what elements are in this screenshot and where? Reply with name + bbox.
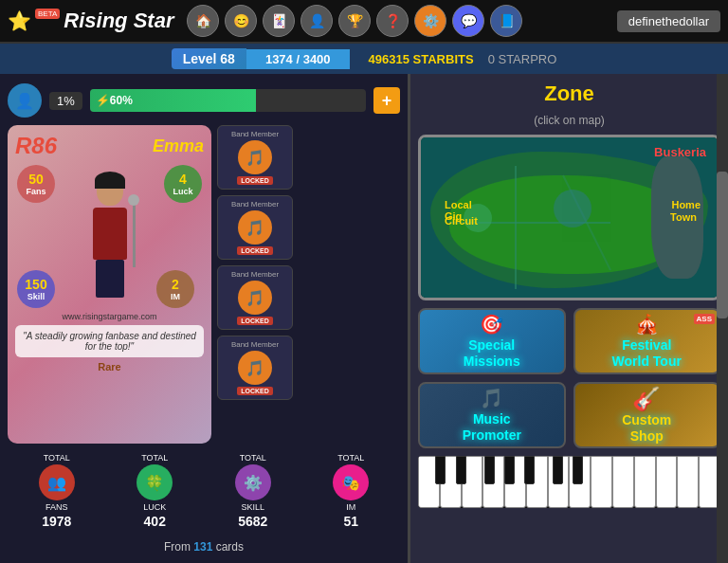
- band-member-label-2: Band Member: [231, 200, 279, 209]
- logo: ⭐ BETA Rising Star: [8, 9, 173, 33]
- locked-badge-4: LOCKED: [237, 387, 273, 395]
- music-promoter-button[interactable]: 🎵 MusicPromoter: [418, 382, 566, 448]
- piano-key-10[interactable]: [612, 456, 634, 508]
- band-member-4[interactable]: Band Member 🎵 LOCKED: [217, 336, 293, 400]
- band-member-2[interactable]: Band Member 🎵 LOCKED: [217, 195, 293, 260]
- festival-world-tour-label: FestivalWorld Tour: [612, 337, 682, 370]
- total-fans: Total 👥 Fans 1978: [39, 453, 75, 529]
- im-stat: 2 IM: [156, 270, 194, 308]
- music-icon: 🎵: [480, 387, 503, 409]
- total-fans-sublabel: Total: [44, 453, 70, 463]
- map-hometown-label[interactable]: Home: [671, 199, 701, 210]
- total-im-icon: 🎭: [333, 464, 369, 500]
- luck-stat: 4 Luck: [164, 165, 202, 203]
- piano-key-5[interactable]: [504, 456, 526, 508]
- im-value: 2: [172, 277, 179, 292]
- band-member-label-1: Band Member: [231, 130, 279, 138]
- map-circuit-label[interactable]: Circuit: [445, 215, 478, 227]
- hive-icon[interactable]: ⚙️: [414, 5, 446, 37]
- piano-key-1[interactable]: [418, 456, 440, 508]
- level-badge: Level 68: [172, 48, 246, 69]
- zone-title: Zone: [418, 82, 720, 106]
- piano-key-11[interactable]: [634, 456, 656, 508]
- skill-value: 150: [25, 277, 46, 292]
- energy-icon: ⚡: [96, 94, 110, 107]
- profile-icon[interactable]: 😊: [225, 5, 257, 37]
- piano-key-8[interactable]: [569, 456, 591, 508]
- band-member-1[interactable]: Band Member 🎵 LOCKED: [217, 125, 293, 190]
- help-icon[interactable]: ❓: [376, 5, 409, 37]
- music-promoter-label: MusicPromoter: [463, 411, 521, 444]
- map-local-gig-label[interactable]: Local: [445, 199, 472, 210]
- total-fans-label: Fans: [46, 502, 68, 512]
- beta-badge: BETA: [35, 9, 60, 19]
- plus-button[interactable]: +: [373, 87, 400, 114]
- total-luck-label: Luck: [143, 502, 166, 512]
- piano-key-4[interactable]: [482, 456, 504, 508]
- custom-shop-button[interactable]: 🎸 CustomShop: [573, 382, 721, 448]
- piano-key-7[interactable]: [548, 456, 570, 508]
- level-bar: Level 68 1374 / 3400 496315 STARBITS 0 S…: [0, 44, 728, 74]
- stats-bar: 👤 1% ⚡ 60% +: [8, 82, 400, 119]
- starpro-display: 0 STARPRO: [488, 52, 557, 66]
- map-container[interactable]: Buskeria Local Gig Circuit Home Town: [418, 135, 720, 300]
- energy-percent: 60%: [110, 94, 133, 107]
- piano-key-12[interactable]: [656, 456, 678, 508]
- band-member-3[interactable]: Band Member 🎵 LOCKED: [217, 265, 293, 330]
- user-badge[interactable]: definethedollar: [617, 10, 720, 32]
- right-panel: Zone (click on map) Buskeria Loca: [408, 74, 728, 563]
- total-luck-icon: 🍀: [136, 464, 173, 500]
- piano-key-6[interactable]: [526, 456, 548, 508]
- mic-head: [128, 194, 139, 206]
- special-missions-button[interactable]: 🎯 SpecialMissions: [418, 308, 566, 374]
- scroll-thumb[interactable]: [717, 172, 728, 318]
- special-icon: 🎯: [480, 313, 503, 336]
- special-missions-label: SpecialMissions: [464, 337, 520, 370]
- character-card: R86 Emma 50 Fans 4 Luck: [8, 125, 211, 444]
- band-icon-4: 🎵: [238, 351, 272, 385]
- top-navigation: ⭐ BETA Rising Star 🏠 😊 🃏 👤 🏆 ❓ ⚙️ 💬 📘 de…: [0, 0, 728, 44]
- home-icon[interactable]: 🏠: [187, 5, 219, 37]
- piano-key-2[interactable]: [440, 456, 462, 508]
- total-luck-sublabel: Total: [141, 453, 168, 463]
- fans-label: Fans: [26, 187, 46, 196]
- skill-label: Skill: [27, 292, 46, 301]
- char-head: [97, 175, 123, 206]
- fans-value: 50: [28, 172, 44, 187]
- facebook-icon[interactable]: 📘: [490, 5, 522, 37]
- cards-icon[interactable]: 🃏: [263, 5, 295, 37]
- main-content: 👤 1% ⚡ 60% + R86 Emma: [0, 74, 728, 563]
- starbits-display: 496315 STARBITS: [369, 52, 474, 66]
- energy-bar-fill: ⚡ 60%: [90, 89, 256, 112]
- card-image-area: 50 Fans 4 Luck: [15, 163, 204, 310]
- total-im-label: IM: [346, 502, 355, 512]
- piano-key-9[interactable]: [591, 456, 612, 508]
- map-buskeria-label[interactable]: Buskeria: [654, 145, 706, 159]
- discord-icon[interactable]: 💬: [452, 5, 484, 37]
- card-rarity: Rare: [15, 361, 204, 372]
- map-background: Buskeria Local Gig Circuit Home Town: [421, 137, 718, 298]
- missions-grid: 🎯 SpecialMissions ASS 🎪 FestivalWorld To…: [418, 308, 720, 448]
- total-fans-value: 1978: [42, 514, 71, 529]
- map-hometown2-label[interactable]: Town: [670, 211, 697, 223]
- character-figure: [67, 168, 153, 305]
- total-skill: Total ⚙️ Skill 5682: [235, 453, 271, 529]
- left-panel: 👤 1% ⚡ 60% + R86 Emma: [0, 74, 408, 563]
- character-icon[interactable]: 👤: [300, 5, 333, 37]
- festival-world-tour-button[interactable]: ASS 🎪 FestivalWorld Tour: [573, 308, 721, 374]
- piano-key-13[interactable]: [677, 456, 699, 508]
- band-members-column: Band Member 🎵 LOCKED Band Member 🎵 LOCKE…: [217, 125, 293, 444]
- locked-badge-3: LOCKED: [237, 317, 273, 325]
- from-cards-text: From 131 cards: [8, 538, 400, 555]
- piano-key-3[interactable]: [462, 456, 483, 508]
- card-name: Emma: [153, 136, 204, 156]
- total-im-value: 51: [343, 514, 358, 529]
- band-icon-1: 🎵: [238, 140, 272, 174]
- totals-row: Total 👥 Fans 1978 Total 🍀 Luck 402 Total…: [8, 449, 400, 533]
- total-skill-value: 5682: [238, 514, 267, 529]
- luck-label: Luck: [173, 187, 192, 196]
- trophy-icon[interactable]: 🏆: [338, 5, 371, 37]
- card-website: www.risingstargame.com: [15, 312, 204, 321]
- total-skill-icon: ⚙️: [235, 464, 271, 500]
- energy-bar: ⚡ 60%: [90, 89, 366, 112]
